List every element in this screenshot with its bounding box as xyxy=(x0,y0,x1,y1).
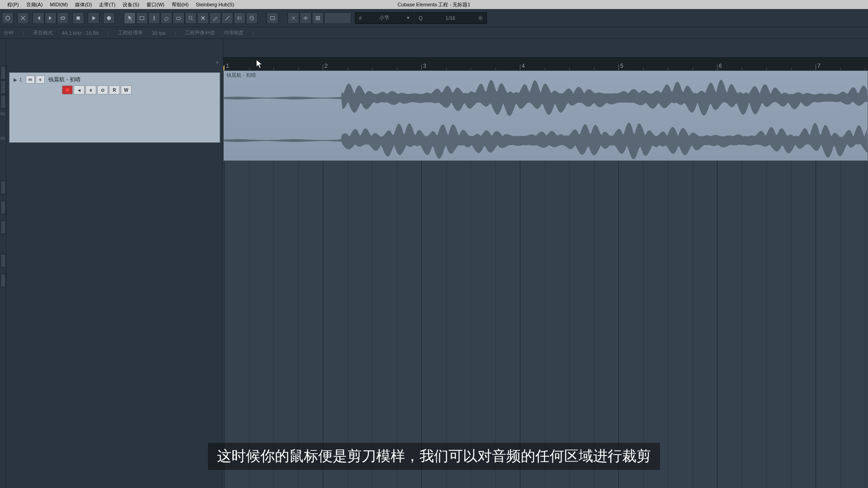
menu-midi[interactable]: MIDI(M) xyxy=(46,1,71,8)
rail-num-1: 00 xyxy=(0,109,5,118)
draw-tool[interactable] xyxy=(209,12,221,24)
svg-rect-11 xyxy=(271,16,275,19)
svg-rect-4 xyxy=(140,16,144,19)
track-record-enable[interactable] xyxy=(62,85,73,94)
track-expand-icon[interactable]: ▶ xyxy=(12,76,19,83)
track-write-button[interactable]: W xyxy=(121,85,132,94)
menu-bar: 程(P) 音频(A) MIDI(M) 媒体(D) 走带(T) 设备(S) 窗口(… xyxy=(0,0,868,9)
prev-marker-button[interactable] xyxy=(33,12,44,24)
mute-tool[interactable] xyxy=(197,12,209,24)
status-rec-format-value: 44.1 kHz - 16 Bit xyxy=(62,30,99,36)
waveform-right-channel xyxy=(224,121,868,160)
status-pan-law-value: 均等响度 xyxy=(224,29,244,36)
ruler-bar-tick: 7 xyxy=(816,65,816,70)
status-pan-law-label: 工程声像补偿 xyxy=(185,29,215,36)
menu-help[interactable]: 帮助(H) xyxy=(168,0,192,9)
play-button[interactable] xyxy=(88,12,99,24)
select-tool[interactable] xyxy=(124,12,136,24)
menu-window[interactable]: 窗口(W) xyxy=(143,0,168,9)
track-edit-button[interactable]: e xyxy=(85,85,96,94)
rail-button-5[interactable] xyxy=(0,201,6,214)
track-list-panel: + ▶ 1 m s 钱晨航 - 初晴 ◄ e ⊙ R W xyxy=(6,39,223,488)
waveform-left-channel xyxy=(224,78,868,118)
rail-button-6[interactable] xyxy=(0,221,6,234)
svg-point-7 xyxy=(250,16,254,20)
ruler-bar-tick: 3 xyxy=(421,65,422,70)
menu-devices[interactable]: 设备(S) xyxy=(119,0,143,9)
erase-tool[interactable] xyxy=(173,12,184,24)
menu-audio[interactable]: 音频(A) xyxy=(23,0,47,9)
record-button[interactable] xyxy=(103,12,115,24)
track-name-label: 钱晨航 - 初晴 xyxy=(48,76,80,84)
grid-type-button[interactable] xyxy=(312,12,324,24)
left-rail: 00 00 xyxy=(0,39,6,488)
track-row[interactable]: ▶ 1 m s 钱晨航 - 初晴 ◄ e ⊙ R W xyxy=(9,72,220,143)
track-freeze-button[interactable]: ⊙ xyxy=(97,85,108,94)
ruler-bar-tick: 6 xyxy=(717,65,717,70)
range-tool[interactable] xyxy=(136,12,148,24)
rail-num-2: 00 xyxy=(0,134,5,143)
track-mute-button[interactable]: m xyxy=(26,75,35,84)
track-solo-button[interactable]: s xyxy=(36,75,45,84)
svg-point-8 xyxy=(250,17,251,18)
ruler-bar-tick: 2 xyxy=(323,65,323,70)
svg-point-9 xyxy=(252,17,253,18)
svg-point-6 xyxy=(189,16,192,19)
rail-button-4[interactable] xyxy=(0,181,6,194)
stop-button[interactable] xyxy=(72,12,84,24)
main-toolbar: # 小节 ▾ Q 1/16 ◎ xyxy=(0,9,868,27)
status-framerate-label: 工程处理率 xyxy=(118,29,143,36)
snap-zero-button[interactable] xyxy=(300,12,311,24)
snap-button[interactable] xyxy=(288,12,299,24)
quantize-dropdown[interactable]: Q 1/16 ◎ xyxy=(415,12,487,24)
menu-project[interactable]: 程(P) xyxy=(4,0,23,9)
quantize-target-icon: ◎ xyxy=(478,15,483,21)
color-tool[interactable] xyxy=(246,12,258,24)
quantize-icon: Q xyxy=(419,15,423,21)
menu-hub[interactable]: Steinberg Hub(S) xyxy=(192,1,238,8)
ruler-bar-tick: 4 xyxy=(520,65,520,70)
audio-clip[interactable]: 钱晨航 - 初晴 xyxy=(223,70,868,161)
grid-area[interactable] xyxy=(223,161,868,488)
svg-point-1 xyxy=(61,17,65,19)
activate-project-button[interactable] xyxy=(2,12,14,24)
grid-value-dropdown[interactable]: # 小节 ▾ xyxy=(355,12,414,24)
constrain-button[interactable] xyxy=(17,12,29,24)
svg-rect-2 xyxy=(77,16,80,19)
main-area: 00 00 + ▶ 1 m s 钱晨航 - 初晴 ◄ xyxy=(0,39,868,488)
track-read-button[interactable]: R xyxy=(109,85,120,94)
status-time-mode: 分钟 xyxy=(4,29,14,36)
rail-button-7[interactable] xyxy=(0,254,6,267)
rail-button-8[interactable] xyxy=(0,274,6,287)
menu-media[interactable]: 媒体(D) xyxy=(71,0,95,9)
snap-type-button[interactable] xyxy=(324,12,351,24)
autoscroll-button[interactable] xyxy=(267,12,278,24)
line-tool[interactable] xyxy=(222,12,233,24)
svg-point-10 xyxy=(252,18,253,19)
play-tool[interactable] xyxy=(234,12,245,24)
zoom-tool[interactable] xyxy=(185,12,197,24)
track-number: 1 xyxy=(19,77,25,82)
split-tool[interactable] xyxy=(148,12,160,24)
grid-value-label: 小节 xyxy=(379,14,389,21)
chevron-down-icon: ▾ xyxy=(407,15,410,21)
svg-point-3 xyxy=(107,16,111,20)
ruler-bar-tick: 5 xyxy=(618,65,619,70)
timeline-area: 1234567 钱晨航 - 初晴 xyxy=(223,39,868,488)
status-bar: 分钟 | 录音格式 44.1 kHz - 16 Bit | 工程处理率 30 f… xyxy=(0,27,868,39)
rail-button-3[interactable] xyxy=(0,95,6,108)
window-title: Cubase Elements 工程 - 无标题1 xyxy=(398,1,471,8)
clip-name-label: 钱晨航 - 初晴 xyxy=(226,72,256,79)
add-track-button[interactable]: + xyxy=(216,59,219,66)
glue-tool[interactable] xyxy=(160,12,172,24)
svg-rect-5 xyxy=(177,17,181,19)
menu-transport[interactable]: 走带(T) xyxy=(95,0,119,9)
next-marker-button[interactable] xyxy=(45,12,57,24)
timeline-ruler[interactable]: 1234567 xyxy=(223,39,868,70)
svg-point-0 xyxy=(6,16,10,20)
cycle-button[interactable] xyxy=(57,12,69,24)
rail-button-2[interactable] xyxy=(0,80,6,94)
grid-hash-icon: # xyxy=(359,15,362,21)
track-monitor-button[interactable]: ◄ xyxy=(74,85,85,94)
rail-button-1[interactable] xyxy=(0,66,6,80)
